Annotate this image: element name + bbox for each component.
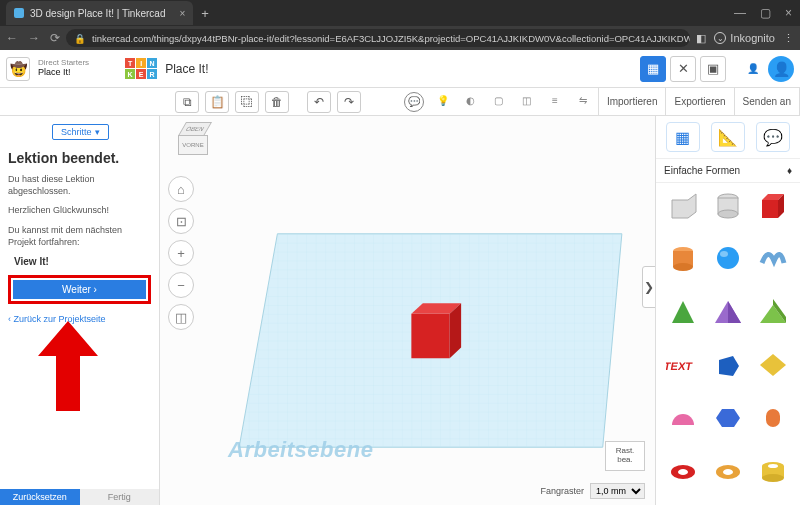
workplane[interactable]: Arbeitsebene (220, 216, 641, 465)
continue-highlight: Weiter › (8, 275, 151, 304)
group-icon[interactable]: ▢ (490, 92, 508, 110)
new-tab-button[interactable]: + (201, 6, 209, 21)
svg-marker-0 (38, 321, 98, 411)
shape-sphere-blue[interactable] (707, 240, 748, 276)
home-view-button[interactable]: ⌂ (168, 176, 194, 202)
forward-icon[interactable]: → (28, 31, 40, 45)
zoom-in-button[interactable]: + (168, 240, 194, 266)
redo-button[interactable]: ↷ (337, 91, 361, 113)
svg-point-31 (723, 469, 733, 475)
user-avatar[interactable]: 👤 (768, 56, 794, 82)
svg-marker-25 (760, 354, 786, 376)
close-tab-icon[interactable]: × (179, 8, 185, 19)
steps-dropdown[interactable]: Schritte▾ (52, 124, 109, 140)
shape-torus-red[interactable] (662, 454, 703, 490)
lesson-footer: Zurücksetzen Fertig (0, 489, 159, 505)
shape-category-select[interactable]: Einfache Formen ♦ (656, 159, 800, 183)
paste-button[interactable]: 📋 (205, 91, 229, 113)
updown-icon: ♦ (787, 165, 792, 176)
briefcase-icon[interactable]: ▣ (700, 56, 726, 82)
tools-icon[interactable]: ✕ (670, 56, 696, 82)
shape-polygon-blue[interactable] (707, 347, 748, 383)
send-to-button[interactable]: Senden an (735, 88, 800, 115)
continue-button[interactable]: Weiter › (13, 280, 146, 299)
shape-capsule-orange[interactable] (753, 400, 794, 436)
svg-marker-26 (716, 409, 740, 427)
svg-marker-10 (762, 200, 778, 218)
reset-button[interactable]: Zurücksetzen (0, 489, 80, 505)
project-title[interactable]: Place It! (165, 62, 208, 76)
ruler-tool[interactable]: 📐 (711, 122, 745, 152)
comment-tool[interactable]: 💬 (756, 122, 790, 152)
ungroup-icon[interactable]: ◫ (518, 92, 536, 110)
shape-cone-green[interactable] (662, 294, 703, 330)
align-icon[interactable]: ≡ (546, 92, 564, 110)
snap-grid-control: Fangraster 1,0 mm (540, 483, 645, 499)
fit-view-button[interactable]: ⊡ (168, 208, 194, 234)
workplane-label: Arbeitsebene (228, 437, 373, 463)
import-button[interactable]: Importieren (599, 88, 667, 115)
reload-icon[interactable]: ⟳ (50, 31, 60, 45)
close-window-icon[interactable]: × (785, 6, 792, 20)
workspace-canvas[interactable]: OBEN VORNE ⌂ ⊡ + − ◫ (160, 116, 655, 505)
panel-collapse-handle[interactable]: ❯ (642, 266, 655, 308)
notes-icon[interactable]: 💬 (404, 92, 424, 112)
maximize-icon[interactable]: ▢ (760, 6, 771, 20)
svg-point-15 (673, 263, 693, 271)
undo-button[interactable]: ↶ (307, 91, 331, 113)
menu-icon[interactable]: ⋮ (783, 32, 794, 45)
incognito-badge: ⌄ Inkognito (714, 32, 775, 44)
export-button[interactable]: Exportieren (666, 88, 734, 115)
svg-point-35 (768, 464, 778, 468)
workplane-tool[interactable]: ▦ (666, 122, 700, 152)
url-field[interactable]: 🔒 tinkercad.com/things/dxpy44tPBNr-place… (66, 29, 690, 47)
app-header: 🤠 Direct Starters Place It! TIN KER Plac… (0, 50, 800, 88)
zoom-out-button[interactable]: − (168, 272, 194, 298)
snap-label: Fangraster (540, 486, 584, 496)
delete-button[interactable]: 🗑 (265, 91, 289, 113)
shape-hex-blue[interactable] (707, 400, 748, 436)
shape-torus-orange[interactable] (707, 454, 748, 490)
svg-point-17 (720, 251, 728, 257)
done-button[interactable]: Fertig (80, 489, 160, 505)
shape-tube-yellow[interactable] (753, 454, 794, 490)
invite-icon[interactable]: 👤 (742, 58, 764, 80)
shape-cylinder-orange[interactable] (662, 240, 703, 276)
snap-edit-box[interactable]: Rast. bea. (605, 441, 645, 471)
mirror-icon[interactable]: ⇋ (574, 92, 592, 110)
shape-pyramid-purple[interactable] (707, 294, 748, 330)
duplicate-button[interactable]: ⿻ (235, 91, 259, 113)
shape-box-red[interactable] (753, 187, 794, 223)
svg-marker-20 (728, 301, 741, 323)
visibility-icon[interactable]: ◐ (462, 92, 480, 110)
tinkercad-logo[interactable]: TIN KER (125, 58, 157, 79)
shapes-panel: ▦ 📐 💬 Einfache Formen ♦ TEXT (655, 116, 800, 505)
shape-box-striped[interactable] (662, 187, 703, 223)
browser-tab[interactable]: 3D design Place It! | Tinkercad × (6, 1, 193, 25)
shape-text-red[interactable]: TEXT (662, 347, 703, 383)
starter-badge[interactable]: 🤠 (6, 57, 30, 81)
minimize-icon[interactable]: — (734, 6, 746, 20)
ortho-toggle-button[interactable]: ◫ (168, 304, 194, 330)
shape-roof-green[interactable] (753, 294, 794, 330)
extension-icon[interactable]: ◧ (696, 32, 706, 45)
shape-halfsphere-pink[interactable] (662, 400, 703, 436)
back-icon[interactable]: ← (6, 31, 18, 45)
shape-diamond-yellow[interactable] (753, 347, 794, 383)
red-arrow-annotation (38, 321, 98, 411)
bulb-icon[interactable]: 💡 (434, 92, 452, 110)
grid-view-button[interactable]: ▦ (640, 56, 666, 82)
tab-title: 3D design Place It! | Tinkercad (30, 8, 165, 19)
shape-cylinder-striped[interactable] (707, 187, 748, 223)
lock-icon: 🔒 (74, 33, 86, 44)
next-project-name: View It! (14, 256, 151, 267)
shape-scribble[interactable] (753, 240, 794, 276)
view-tools: ⌂ ⊡ + − ◫ (168, 176, 194, 330)
main-area: Schritte▾ Lektion beendet. Du hast diese… (0, 116, 800, 505)
svg-marker-3 (411, 314, 449, 358)
copy-button[interactable]: ⧉ (175, 91, 199, 113)
svg-point-9 (718, 210, 738, 218)
view-cube[interactable]: OBEN VORNE (174, 122, 216, 164)
snap-value-select[interactable]: 1,0 mm (590, 483, 645, 499)
shape-grid: TEXT (656, 183, 800, 505)
